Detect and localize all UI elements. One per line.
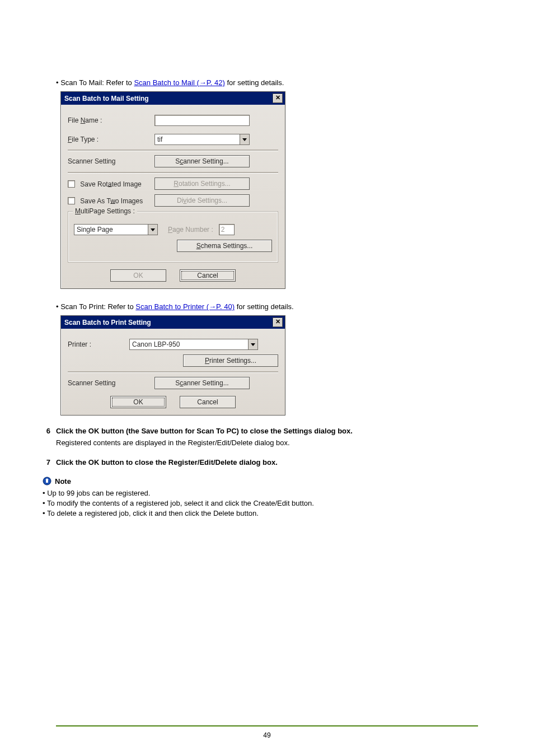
save-rotated-checkbox[interactable] (68, 180, 75, 188)
rotation-settings-button: Rotation Settings... (154, 178, 250, 190)
note-title: Note (55, 477, 71, 486)
step-6-heading: Click the OK button (the Save button for… (56, 427, 478, 435)
scanner-setting-label: Scanner Setting (68, 379, 154, 387)
scan-batch-to-mail-link[interactable]: Scan Batch to Mail (→P. 42) (134, 78, 224, 87)
scan-to-mail-suffix: for setting details. (227, 78, 284, 87)
page-number-label: Page Number : (168, 226, 213, 234)
file-name-input[interactable] (154, 115, 250, 126)
save-two-checkbox-row[interactable]: Save As Two Images (68, 197, 154, 205)
step-7-number: 7 (43, 458, 50, 466)
save-two-checkbox[interactable] (68, 197, 75, 204)
cancel-button[interactable]: Cancel (180, 396, 236, 408)
scanner-setting-button[interactable]: Scanner Setting... (154, 377, 250, 389)
save-rotated-checkbox-row[interactable]: Save Rotated Image (68, 180, 154, 188)
scanner-setting-button[interactable]: Scanner Setting... (154, 155, 250, 167)
step-6-number: 6 (43, 427, 50, 447)
note-icon (43, 477, 51, 486)
note-item: To delete a registered job, click it and… (43, 509, 478, 517)
chevron-down-icon (148, 225, 157, 235)
file-name-label: File Name : (68, 116, 154, 124)
file-type-combo[interactable]: tif (154, 134, 250, 145)
note-item: To modify the contents of a registered j… (43, 499, 478, 507)
dialog-title: Scan Batch to Print Setting (64, 319, 151, 326)
step-7-heading: Click the OK button to close the Registe… (56, 458, 478, 466)
scan-to-print-text: • Scan To Print: Refer to (56, 302, 135, 311)
footer-rule (56, 725, 478, 727)
dialog-title: Scan Batch to Mail Setting (64, 95, 149, 102)
page-number-input: 2 (219, 224, 235, 235)
chevron-down-icon (240, 134, 249, 144)
ok-button: OK (110, 269, 166, 282)
printer-settings-button[interactable]: Printer Settings... (183, 354, 278, 367)
printer-combo[interactable]: Canon LBP-950 (129, 339, 258, 350)
schema-settings-button[interactable]: Schema Settings... (177, 240, 272, 252)
note-item: Up to 99 jobs can be registered. (43, 489, 478, 497)
page-number: 49 (0, 731, 534, 739)
multipage-group-title: MultiPage Settings : (73, 207, 137, 215)
multipage-combo[interactable]: Single Page (74, 224, 158, 235)
file-type-label: File Type : (68, 136, 154, 143)
scan-to-print-suffix: for setting details. (237, 302, 294, 311)
ok-button[interactable]: OK (110, 396, 166, 408)
divide-settings-button: Divide Settings... (154, 194, 250, 207)
cancel-button[interactable]: Cancel (180, 269, 236, 282)
scan-batch-to-mail-dialog: Scan Batch to Mail Setting ✕ File Name :… (60, 91, 285, 289)
chevron-down-icon (248, 339, 257, 349)
step-6-sub: Registered contents are displayed in the… (56, 438, 478, 447)
scan-batch-to-printer-link[interactable]: Scan Batch to Printer (→P. 40) (135, 302, 235, 311)
close-button[interactable]: ✕ (273, 318, 283, 327)
printer-label: Printer : (68, 340, 129, 348)
scan-to-mail-text: • Scan To Mail: Refer to (56, 78, 134, 87)
close-button[interactable]: ✕ (273, 94, 283, 103)
scanner-setting-label: Scanner Setting (68, 157, 154, 165)
svg-rect-2 (46, 480, 48, 483)
scan-batch-to-print-dialog: Scan Batch to Print Setting ✕ Printer : … (60, 315, 285, 416)
